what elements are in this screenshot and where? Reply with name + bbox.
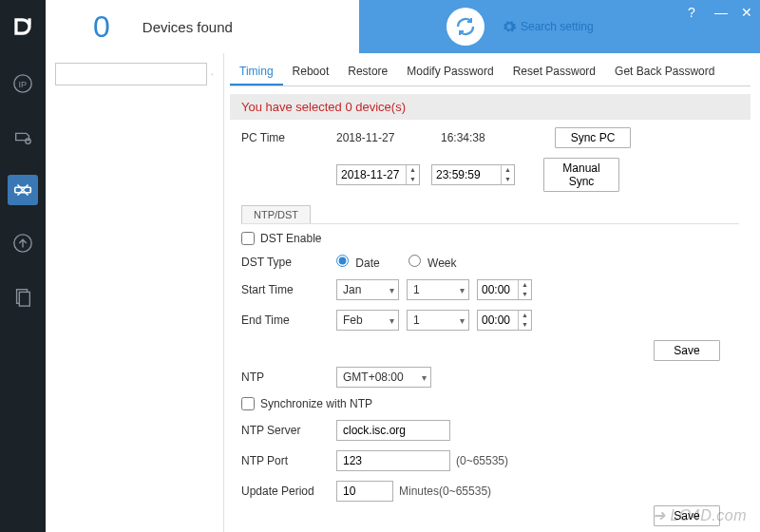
help-icon[interactable]: ?: [688, 6, 701, 19]
sidebar: IP: [0, 53, 46, 532]
content: Timing Reboot Restore Modify Password Re…: [46, 53, 760, 532]
gear-icon: [502, 19, 517, 34]
up-arrow-icon[interactable]: ▲: [502, 165, 514, 175]
sync-pc-button[interactable]: Sync PC: [555, 127, 631, 148]
manual-date-input[interactable]: ▲▼: [336, 164, 420, 185]
device-list-panel: [46, 53, 224, 532]
selection-banner: You have selected 0 device(s): [230, 94, 750, 120]
pc-time-time: 16:34:38: [441, 131, 555, 144]
sidebar-item-docs[interactable]: [8, 281, 38, 312]
ntp-sync-checkbox[interactable]: [241, 397, 255, 410]
dst-type-week-radio[interactable]: [408, 255, 421, 267]
dst-type-date-radio[interactable]: [336, 255, 349, 267]
search-setting-label: Search setting: [521, 20, 594, 33]
dst-type-week-option[interactable]: Week: [408, 255, 457, 270]
sidebar-item-ip[interactable]: IP: [8, 68, 38, 99]
svg-rect-0: [28, 18, 30, 24]
title-bar: 0 Devices found Search setting ? — ✕: [0, 0, 760, 53]
search-icon[interactable]: [211, 65, 214, 84]
start-time-label: Start Time: [241, 283, 336, 296]
ntp-dst-section-tab[interactable]: NTP/DST: [241, 205, 311, 223]
manual-time-input[interactable]: ▲▼: [431, 164, 515, 185]
ntp-save-button[interactable]: Save: [654, 505, 720, 526]
timing-form: PC Time 2018-11-27 16:34:38 Sync PC ▲▼ ▲…: [230, 120, 750, 526]
window-controls: ? — ✕: [688, 6, 754, 19]
end-month-select[interactable]: Feb: [336, 310, 399, 331]
app-body: IP Timing Reboot Rest: [0, 53, 760, 532]
dst-enable-row: DST Enable: [241, 232, 739, 245]
update-period-input[interactable]: [336, 481, 393, 502]
manual-date-value[interactable]: [337, 168, 406, 181]
main-panel: Timing Reboot Restore Modify Password Re…: [224, 53, 760, 532]
sidebar-item-tools[interactable]: [8, 175, 38, 205]
up-arrow-icon[interactable]: ▲: [407, 165, 419, 175]
end-time-input[interactable]: ▲▼: [477, 310, 532, 331]
sidebar-item-device[interactable]: [8, 122, 38, 152]
end-time-label: End Time: [241, 314, 336, 327]
update-period-hint: Minutes(0~65535): [399, 484, 491, 498]
end-day-select[interactable]: 1: [407, 310, 469, 331]
device-search-input[interactable]: [55, 63, 207, 86]
dst-enable-checkbox[interactable]: [241, 232, 255, 245]
ntp-server-input[interactable]: [336, 420, 450, 441]
down-arrow-icon[interactable]: ▼: [407, 175, 419, 184]
minimize-icon[interactable]: —: [714, 6, 728, 19]
config-tabs: Timing Reboot Restore Modify Password Re…: [230, 59, 750, 86]
manual-time-value[interactable]: [432, 168, 501, 181]
dst-type-date-option[interactable]: Date: [336, 255, 380, 270]
ntp-port-hint: (0~65535): [456, 454, 508, 467]
start-time-input[interactable]: ▲▼: [477, 279, 532, 300]
device-count-label: Devices found: [142, 19, 233, 35]
dst-type-label: DST Type: [241, 256, 336, 269]
dst-enable-label: DST Enable: [260, 232, 321, 245]
ntp-label: NTP: [241, 370, 336, 384]
svg-rect-7: [19, 292, 29, 306]
dst-save-button[interactable]: Save: [654, 340, 720, 361]
close-icon[interactable]: ✕: [741, 6, 754, 19]
tab-get-back-password[interactable]: Get Back Password: [605, 59, 724, 86]
search-setting-link[interactable]: Search setting: [502, 19, 594, 34]
app-logo: [0, 0, 46, 53]
ntp-port-label: NTP Port: [241, 454, 336, 467]
tab-restore[interactable]: Restore: [338, 59, 397, 86]
sidebar-item-upload[interactable]: [8, 228, 38, 258]
title-bar-right: Search setting ? — ✕: [359, 0, 760, 53]
start-day-select[interactable]: 1: [407, 279, 469, 300]
start-month-select[interactable]: Jan: [336, 279, 399, 300]
update-period-label: Update Period: [241, 484, 336, 498]
down-arrow-icon[interactable]: ▼: [502, 175, 514, 184]
svg-point-8: [212, 73, 214, 75]
manual-sync-button[interactable]: Manual Sync: [543, 158, 619, 192]
tab-reboot[interactable]: Reboot: [283, 59, 339, 86]
ntp-server-label: NTP Server: [241, 424, 336, 437]
ntp-sync-label: Synchronize with NTP: [260, 397, 372, 410]
pc-time-date: 2018-11-27: [336, 131, 441, 144]
tab-reset-password[interactable]: Reset Password: [504, 59, 605, 86]
refresh-button[interactable]: [446, 8, 484, 46]
title-bar-left: 0 Devices found: [46, 0, 359, 53]
tab-modify-password[interactable]: Modify Password: [397, 59, 503, 86]
svg-text:IP: IP: [18, 80, 27, 89]
svg-point-3: [26, 139, 31, 144]
ntp-port-input[interactable]: [336, 450, 450, 471]
pc-time-label: PC Time: [241, 131, 336, 144]
tab-timing[interactable]: Timing: [230, 59, 283, 86]
device-count: 0: [93, 10, 110, 45]
ntp-timezone-select[interactable]: GMT+08:00: [336, 367, 431, 388]
